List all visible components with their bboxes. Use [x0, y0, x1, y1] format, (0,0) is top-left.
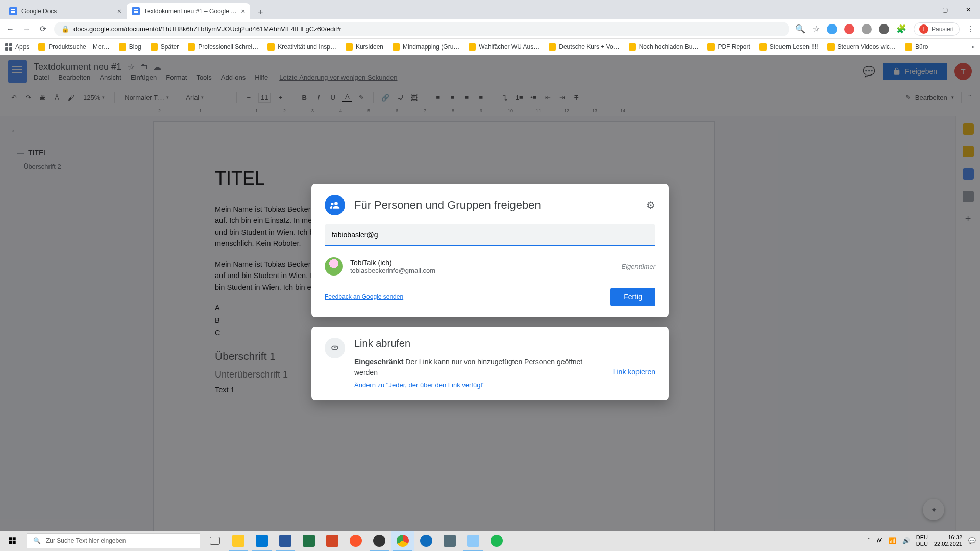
bookmark-item[interactable]: Büro: [905, 43, 928, 51]
bookmark-item[interactable]: Kreativität und Insp…: [267, 43, 336, 51]
taskbar-app-excel[interactable]: [297, 531, 321, 551]
back-button[interactable]: ←: [5, 24, 15, 34]
browser-tabstrip: Google Docs × Textdokument neu #1 – Goog…: [0, 0, 980, 19]
change-access-link[interactable]: Ändern zu "Jeder, der über den Link verf…: [354, 381, 485, 389]
tab-title: Textdokument neu #1 – Google …: [144, 8, 237, 15]
copy-link-button[interactable]: Link kopieren: [613, 368, 655, 376]
bookmark-label: PDF Report: [718, 43, 750, 51]
person-email: tobiasbeckerinfo@gmail.com: [350, 267, 435, 274]
link-icon: [325, 338, 345, 358]
extension-icon[interactable]: [879, 24, 889, 34]
start-button[interactable]: [0, 531, 24, 551]
extension-icon[interactable]: [844, 24, 854, 34]
bookmarks-overflow-icon[interactable]: »: [971, 43, 975, 51]
bookmark-item[interactable]: Steuern Lesen !!!!: [760, 43, 818, 51]
extension-icon[interactable]: [862, 24, 872, 34]
lang-line: DEU: [916, 541, 928, 547]
share-people-input[interactable]: [325, 224, 655, 246]
bookmark-item[interactable]: Blog: [119, 43, 141, 51]
bookmark-item[interactable]: Noch hochladen Bu…: [629, 43, 699, 51]
close-tab-icon[interactable]: ×: [241, 7, 245, 15]
bookmark-item[interactable]: Deutsche Kurs + Vo…: [549, 43, 619, 51]
bookmark-item[interactable]: PDF Report: [707, 43, 750, 51]
bookmark-item[interactable]: Später: [151, 43, 179, 51]
taskbar-app-reader[interactable]: [438, 531, 461, 551]
chrome-menu-button[interactable]: ⋮: [967, 24, 975, 34]
bookmark-star-icon[interactable]: ☆: [813, 24, 820, 34]
folder-icon: [707, 43, 715, 51]
profile-chip[interactable]: T Pausiert: [914, 22, 960, 36]
folder-icon: [629, 43, 636, 51]
bookmark-item[interactable]: Produktsuche – Mer…: [38, 43, 109, 51]
folder-icon: [905, 43, 912, 51]
lang-line: DEU: [916, 534, 928, 541]
folder-icon: [151, 43, 158, 51]
taskbar-search-input[interactable]: 🔍 Zur Suche Text hier eingeben: [27, 533, 200, 548]
bookmarks-bar: Apps Produktsuche – Mer… Blog Später Pro…: [0, 39, 980, 55]
taskbar-app-obs[interactable]: [368, 531, 391, 551]
extensions-puzzle-icon[interactable]: 🧩: [896, 24, 906, 34]
windows-taskbar: 🔍 Zur Suche Text hier eingeben ˄ 🗲 📶 🔊 D…: [0, 531, 980, 551]
tray-volume-icon[interactable]: 🔊: [902, 537, 910, 544]
bookmark-label: Steuern Videos wic…: [838, 43, 896, 51]
taskbar-app-chrome[interactable]: [391, 531, 414, 551]
share-dialog-title: Für Personen und Gruppen freigeben: [354, 198, 637, 212]
send-feedback-link[interactable]: Feedback an Google senden: [325, 293, 403, 300]
taskbar-app-explorer[interactable]: [227, 531, 250, 551]
tray-clock[interactable]: 16:32 22.02.2021: [934, 534, 962, 547]
window-maximize-button[interactable]: ▢: [933, 0, 957, 19]
window-close-button[interactable]: ✕: [957, 0, 980, 19]
tray-wifi-icon[interactable]: 📶: [889, 537, 896, 544]
url-text: docs.google.com/document/d/1hUH8k6h7Lb8y…: [74, 25, 341, 33]
folder-icon: [346, 43, 353, 51]
folder-icon: [188, 43, 195, 51]
bookmark-label: Steuern Lesen !!!!: [770, 43, 818, 51]
bookmark-item[interactable]: Steuern Videos wic…: [827, 43, 896, 51]
people-icon: [325, 195, 345, 215]
new-tab-button[interactable]: +: [253, 5, 267, 19]
taskbar-app-spotify[interactable]: [485, 531, 508, 551]
task-view-button[interactable]: [203, 531, 227, 551]
tray-battery-icon[interactable]: 🗲: [876, 537, 883, 544]
browser-tab[interactable]: Google Docs ×: [4, 3, 127, 19]
apps-grid-icon: [5, 43, 12, 51]
taskbar-app-word[interactable]: [274, 531, 297, 551]
folder-icon: [549, 43, 556, 51]
person-name: TobiTalk (ich): [350, 259, 435, 267]
tray-overflow-icon[interactable]: ˄: [867, 537, 870, 544]
bookmark-item[interactable]: Professionell Schrei…: [188, 43, 258, 51]
tray-notifications-icon[interactable]: 💬: [968, 537, 976, 544]
bookmark-item[interactable]: Mindmapping (Gru…: [393, 43, 459, 51]
forward-button[interactable]: →: [21, 24, 32, 34]
extension-icon[interactable]: [827, 24, 837, 34]
lock-icon: 🔒: [61, 25, 69, 33]
link-restriction-text: Eingeschränkt Der Link kann nur von hinz…: [354, 357, 603, 378]
taskbar-app-edge-legacy[interactable]: [250, 531, 274, 551]
taskbar-app-powerpoint[interactable]: [321, 531, 344, 551]
folder-icon: [469, 43, 476, 51]
gear-icon[interactable]: ⚙: [646, 199, 655, 211]
taskbar-app-edge[interactable]: [414, 531, 438, 551]
taskbar-app-notepad[interactable]: [461, 531, 485, 551]
person-role: Eigentümer: [622, 263, 655, 270]
apps-shortcut[interactable]: Apps: [5, 43, 29, 51]
taskbar-app-brave[interactable]: [344, 531, 368, 551]
browser-tab-active[interactable]: Textdokument neu #1 – Google … ×: [127, 3, 250, 19]
zoom-icon[interactable]: 🔍: [795, 24, 805, 34]
share-dialog: Für Personen und Gruppen freigeben ⚙ Tob…: [311, 184, 669, 317]
bookmark-label: Kursideen: [356, 43, 383, 51]
done-button[interactable]: Fertig: [610, 288, 655, 306]
tray-language[interactable]: DEU DEU: [916, 534, 928, 547]
bookmark-item[interactable]: Wahlfächer WU Aus…: [469, 43, 540, 51]
window-minimize-button[interactable]: —: [910, 0, 933, 19]
reload-button[interactable]: ⟳: [38, 24, 48, 34]
browser-toolbar: ← → ⟳ 🔒 docs.google.com/document/d/1hUH8…: [0, 19, 980, 39]
share-person-row: TobiTalk (ich) tobiasbeckerinfo@gmail.co…: [325, 257, 655, 276]
close-tab-icon[interactable]: ×: [117, 7, 121, 15]
bookmark-label: Professionell Schrei…: [198, 43, 258, 51]
address-bar[interactable]: 🔒 docs.google.com/document/d/1hUH8k6h7Lb…: [54, 22, 789, 36]
bookmark-label: Kreativität und Insp…: [278, 43, 336, 51]
clock-date: 22.02.2021: [934, 541, 962, 547]
bookmark-item[interactable]: Kursideen: [346, 43, 383, 51]
bookmark-label: Produktsuche – Mer…: [48, 43, 109, 51]
